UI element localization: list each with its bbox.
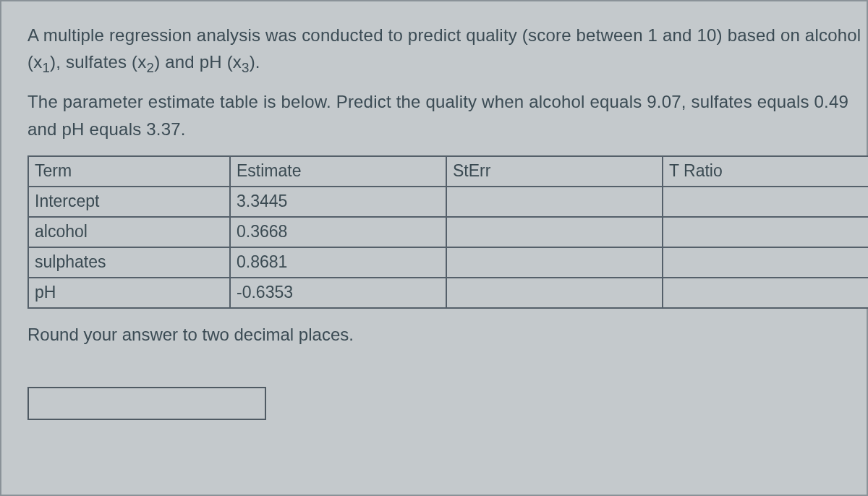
cell-tratio — [663, 247, 868, 278]
question-paragraph-2: The parameter estimate table is below. P… — [27, 88, 867, 142]
question-paragraph-1: A multiple regression analysis was condu… — [27, 22, 867, 75]
cell-estimate: -0.6353 — [230, 278, 446, 308]
cell-sterr — [446, 217, 663, 247]
cell-estimate: 0.3668 — [230, 217, 446, 247]
parameter-estimate-table: Term Estimate StErr T Ratio Intercept 3.… — [27, 155, 868, 309]
subscript-2: 2 — [147, 60, 155, 75]
text: ) and pH (x — [154, 52, 242, 72]
col-header-term: Term — [28, 156, 230, 187]
cell-term: pH — [28, 278, 230, 308]
cell-tratio — [663, 187, 868, 217]
cell-tratio — [663, 217, 868, 247]
subscript-3: 3 — [242, 60, 250, 75]
table-row: Intercept 3.3445 — [28, 187, 868, 217]
col-header-estimate: Estimate — [230, 156, 446, 187]
cell-term: sulphates — [28, 247, 230, 278]
cell-term: Intercept — [28, 187, 230, 217]
subscript-1: 1 — [42, 60, 50, 75]
table-header-row: Term Estimate StErr T Ratio — [28, 156, 868, 187]
cell-sterr — [446, 247, 663, 278]
text: ). — [250, 52, 260, 72]
table-row: pH -0.6353 — [28, 278, 868, 308]
cell-estimate: 3.3445 — [230, 187, 446, 217]
cell-term: alcohol — [28, 217, 230, 247]
question-container: A multiple regression analysis was condu… — [0, 0, 868, 496]
cell-tratio — [663, 278, 868, 308]
table-row: alcohol 0.3668 — [28, 217, 868, 247]
answer-input[interactable] — [27, 387, 266, 420]
cell-sterr — [446, 278, 663, 308]
col-header-sterr: StErr — [446, 156, 663, 187]
cell-estimate: 0.8681 — [230, 247, 446, 278]
table-row: sulphates 0.8681 — [28, 247, 868, 278]
text: ), sulfates (x — [50, 52, 147, 72]
col-header-tratio: T Ratio — [663, 156, 868, 187]
cell-sterr — [446, 187, 663, 217]
rounding-instruction: Round your answer to two decimal places. — [27, 325, 867, 345]
